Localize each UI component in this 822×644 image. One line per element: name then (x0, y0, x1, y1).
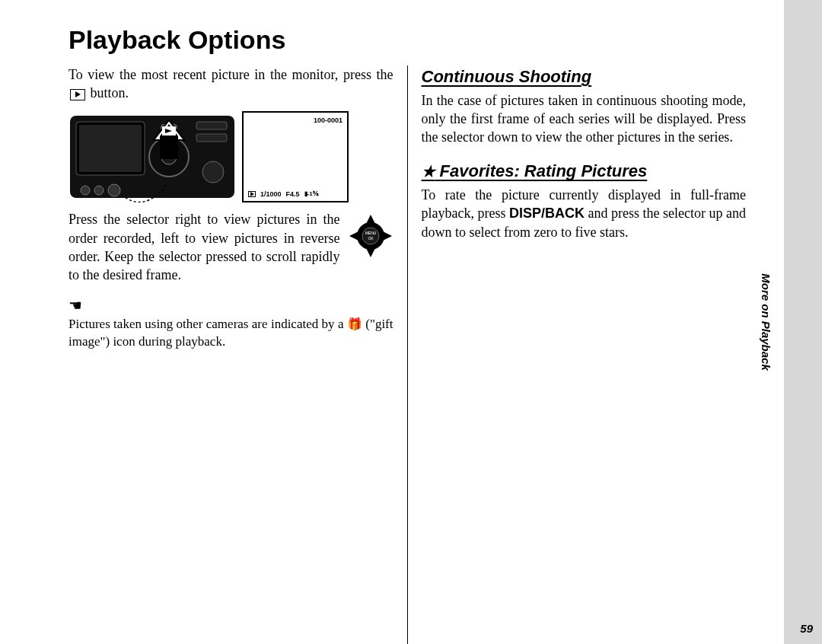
play-icon-small (248, 191, 256, 197)
camera-back-svg (68, 111, 236, 202)
gift-icon: 🎁 (347, 317, 362, 330)
intro-text-a: To view the most recent picture in the m… (68, 67, 393, 82)
aperture-value: F4.5 (286, 190, 300, 199)
intro-para: To view the most recent picture in the m… (68, 65, 393, 103)
play-button-icon (70, 89, 85, 100)
exposure-info-bar: 1/1000 F4.5 ▮-1⅔ (248, 190, 319, 199)
svg-point-3 (108, 184, 120, 196)
star-icon: ★ (422, 163, 435, 180)
gift-note: Pictures taken using other cameras are i… (68, 316, 393, 351)
exposure-comp: ▮-1⅔ (304, 190, 319, 199)
pointing-hand-icon: ☚ (68, 295, 393, 316)
page-title: Playback Options (68, 23, 746, 58)
svg-point-4 (81, 186, 90, 195)
svg-rect-2 (79, 125, 142, 172)
camera-illustration: 100-0001 1/1000 F4.5 ▮-1⅔ (68, 111, 393, 202)
selector-paragraph: Press the selector right to view picture… (68, 210, 340, 284)
continuous-shooting-para: In the case of pictures taken in continu… (422, 91, 747, 147)
page-number: 59 (800, 621, 813, 636)
svg-rect-10 (196, 122, 227, 129)
selector-dial-icon: MENU OK (348, 213, 393, 259)
camera-screen-preview: 100-0001 1/1000 F4.5 ▮-1⅔ (242, 111, 349, 202)
svg-point-12 (202, 161, 224, 183)
section-tab-label: More on Playback (758, 273, 773, 371)
section-tab-sidebar: More on Playback 59 (784, 0, 822, 644)
svg-rect-14 (160, 136, 178, 159)
selector-ok-label: OK (368, 236, 374, 241)
svg-rect-11 (196, 134, 227, 142)
shutter-speed: 1/1000 (260, 190, 282, 199)
two-column-layout: To view the most recent picture in the m… (68, 65, 746, 644)
selector-menu-label: MENU (365, 231, 376, 235)
selector-paragraph-row: Press the selector right to view picture… (68, 210, 393, 284)
gift-note-a: Pictures taken using other cameras are i… (68, 317, 347, 331)
right-column: Continuous Shooting In the case of pictu… (407, 65, 747, 644)
favorites-para: To rate the picture currently displayed … (422, 186, 747, 241)
intro-text-b: button. (91, 85, 129, 100)
left-column: To view the most recent picture in the m… (68, 65, 407, 644)
file-number-label: 100-0001 (314, 116, 342, 125)
disp-back-label: DISP/BACK (509, 206, 585, 221)
svg-point-5 (94, 186, 104, 195)
favorites-heading-text: Favorites: Rating Pictures (435, 161, 648, 180)
favorites-heading: ★ Favorites: Rating Pictures (422, 160, 747, 183)
continuous-shooting-heading: Continuous Shooting (422, 65, 747, 88)
